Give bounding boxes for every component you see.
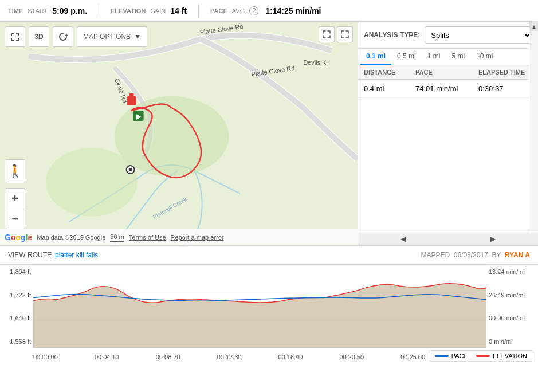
3d-button[interactable]: 3D — [29, 26, 49, 47]
analysis-panel: ANALYSIS TYPE: Splits 0.1 mi 0.5 mi 1 mi… — [358, 22, 538, 245]
terms-link[interactable]: Terms of Use — [129, 234, 166, 241]
map-options-button[interactable]: MAP OPTIONS ▼ — [77, 26, 147, 47]
nav-left-button[interactable]: ◀ — [358, 232, 448, 245]
gain-value: 14 ft — [170, 6, 187, 15]
pace-label: PACE — [210, 7, 227, 14]
panel-scrollbar: ▲ ▼ — [529, 22, 538, 245]
mapped-by-link[interactable]: RYAN A — [505, 251, 530, 259]
col-pace-header: PACE — [415, 69, 478, 76]
x-label-2: 00:08:20 — [156, 354, 180, 360]
pace-label-0: 13:24 min/mi — [489, 268, 536, 275]
3d-label: 3D — [34, 33, 43, 41]
mapped-label: MAPPED — [421, 251, 450, 259]
pace-label-2: 00:00 min/mi — [489, 315, 536, 322]
chart-legend: PACE ELEVATION — [429, 350, 533, 362]
pace-legend-item[interactable]: PACE — [435, 352, 468, 359]
analysis-type-select[interactable]: Splits — [425, 26, 532, 44]
start-label: START — [28, 7, 48, 14]
x-label-6: 00:25:00 — [400, 354, 425, 360]
x-label-3: 00:12:30 — [217, 354, 242, 360]
route-name-link[interactable]: platter kill falls — [55, 251, 98, 259]
split-row-0: 0.4 mi 74:01 min/mi 0:30:37 — [358, 80, 538, 98]
map-expand-button[interactable] — [319, 26, 335, 42]
split-tab-0[interactable]: 0.1 mi — [360, 49, 391, 65]
divider2 — [198, 4, 199, 18]
map-options-chevron: ▼ — [134, 33, 141, 41]
avg-label: AVG — [232, 7, 245, 14]
elevation-legend-item[interactable]: ELEVATION — [476, 352, 527, 359]
rotate-button[interactable] — [53, 26, 73, 47]
main-content: 3D MAP OPTIONS ▼ — [0, 22, 538, 245]
zoom-controls: + − — [5, 188, 25, 229]
x-label-1: 00:04:10 — [95, 354, 119, 360]
analysis-header: ANALYSIS TYPE: Splits — [358, 22, 538, 49]
time-section: TIME START 5:09 p.m. — [8, 6, 87, 15]
start-value: 5:09 p.m. — [52, 6, 87, 15]
elevation-legend-label: ELEVATION — [493, 352, 527, 359]
svg-text:Devils Ki: Devils Ki — [303, 59, 328, 66]
google-logo: Google — [5, 233, 32, 242]
avg-info-icon[interactable]: ? — [249, 6, 258, 15]
scroll-track — [529, 31, 538, 236]
split-tab-3[interactable]: 5 mi — [446, 49, 470, 65]
map-data-text: Map data ©2019 Google — [37, 234, 105, 241]
svg-point-8 — [129, 168, 132, 171]
map-options-label: MAP OPTIONS — [83, 33, 131, 41]
chart-y-labels: 1,804 ft 1,722 ft 1,640 ft 1,558 ft — [0, 265, 33, 348]
y-label-1: 1,722 ft — [2, 292, 31, 299]
avg-value: 1:14:25 min/mi — [265, 6, 321, 15]
chart-x-labels: 00:00:00 00:04:10 00:08:20 00:12:30 00:1… — [33, 349, 486, 365]
scroll-up-button[interactable]: ▲ — [529, 22, 538, 31]
analysis-type-label: ANALYSIS TYPE: — [364, 31, 420, 39]
gain-label: GAIN — [150, 7, 166, 14]
report-link[interactable]: Report a map error — [171, 234, 224, 241]
pace-label-3: 0 min/mi — [489, 338, 536, 345]
x-label-4: 00:16:40 — [278, 354, 303, 360]
nav-right-button[interactable]: ▶ — [448, 232, 538, 245]
mapped-info: MAPPED 06/03/2017 BY RYAN A — [421, 251, 530, 259]
split-table-header: DISTANCE PACE ELAPSED TIME — [358, 65, 538, 80]
fullscreen-button[interactable] — [5, 26, 25, 47]
pace-section: PACE AVG ? 1:14:25 min/mi — [210, 6, 321, 15]
pace-legend-dot — [435, 355, 449, 357]
pegman-control[interactable]: 🚶 — [5, 159, 25, 183]
row-elapsed-time: 0:30:37 — [478, 84, 532, 93]
split-tabs: 0.1 mi 0.5 mi 1 mi 5 mi 10 mi — [358, 49, 538, 65]
map-controls-top: 3D MAP OPTIONS ▼ — [5, 26, 147, 47]
map-area: 3D MAP OPTIONS ▼ — [0, 22, 358, 245]
split-tab-4[interactable]: 10 mi — [470, 49, 498, 65]
pace-label-1: 26:49 min/mi — [489, 292, 536, 299]
chart-area: 1,804 ft 1,722 ft 1,640 ft 1,558 ft 13:2… — [0, 265, 538, 365]
x-label-0: 00:00:00 — [33, 354, 58, 360]
chart-svg-container — [33, 265, 486, 348]
panel-nav-arrows: ◀ ▶ — [358, 232, 538, 245]
row-distance: 0.4 mi — [364, 84, 415, 93]
zoom-out-button[interactable]: − — [5, 209, 25, 229]
y-label-2: 1,640 ft — [2, 315, 31, 322]
map-svg: Platte Clove Rd Clove Rd Platte Clove Rd… — [0, 22, 358, 245]
svg-rect-4 — [129, 93, 134, 96]
by-label: BY — [492, 251, 501, 259]
map-scale: 50 m — [110, 233, 124, 242]
chart-pace-labels: 13:24 min/mi 26:49 min/mi 00:00 min/mi 0… — [486, 265, 538, 348]
elevation-section: ELEVATION GAIN 14 ft — [111, 6, 187, 15]
col-distance-header: DISTANCE — [364, 69, 415, 76]
view-route-label: VIEW ROUTE — [8, 251, 52, 259]
split-tab-1[interactable]: 0.5 mi — [391, 49, 422, 65]
map-footer: Google Map data ©2019 Google 50 m Terms … — [0, 229, 358, 245]
col-elapsed-header: ELAPSED TIME — [478, 69, 532, 76]
pace-legend-label: PACE — [451, 352, 468, 359]
route-info-bar: VIEW ROUTE platter kill falls MAPPED 06/… — [0, 245, 538, 265]
row-pace: 74:01 min/mi — [415, 84, 478, 93]
pegman-icon: 🚶 — [7, 164, 23, 179]
elevation-label: ELEVATION — [111, 7, 146, 14]
y-label-3: 1,558 ft — [2, 338, 31, 345]
map-expand-button2[interactable] — [337, 26, 353, 42]
zoom-in-button[interactable]: + — [5, 188, 25, 209]
y-label-0: 1,804 ft — [2, 268, 31, 275]
divider1 — [99, 4, 99, 18]
mapped-date: 06/03/2017 — [454, 251, 488, 259]
svg-point-1 — [46, 148, 138, 217]
x-label-5: 00:20:50 — [339, 354, 364, 360]
split-tab-2[interactable]: 1 mi — [422, 49, 446, 65]
